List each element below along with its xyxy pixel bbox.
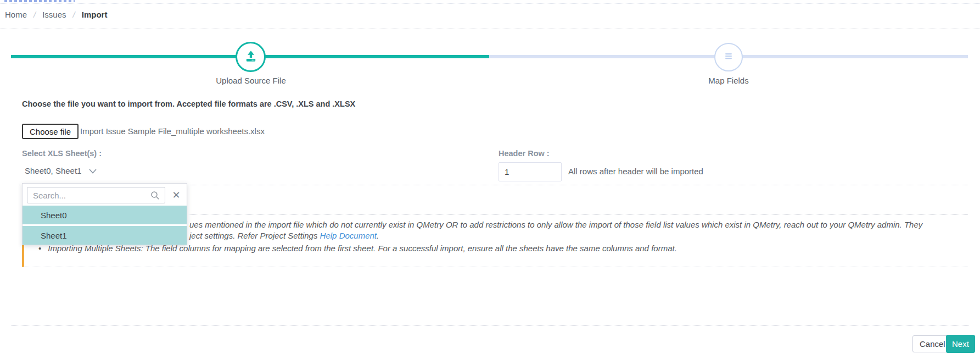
breadcrumb-separator: / [73, 10, 75, 19]
header-row-label: Header Row : [499, 149, 550, 158]
note-bullet1-line2: ject settings. Refer Project Settings He… [189, 231, 379, 240]
chevron-down-icon [89, 166, 97, 175]
dropdown-search-row: ✕ [23, 184, 187, 206]
dropdown-option-sheet1[interactable]: Sheet1 [23, 226, 187, 245]
close-icon[interactable]: ✕ [170, 189, 183, 202]
breadcrumb: Home / Issues / Import [5, 10, 107, 19]
upload-instruction: Choose the file you want to import from.… [22, 100, 355, 108]
footer-divider [11, 325, 969, 326]
header-row-input[interactable] [499, 162, 562, 181]
search-icon [150, 191, 160, 202]
note-bullet1-line1: ues mentioned in the import file which d… [189, 220, 922, 229]
search-input[interactable] [27, 187, 165, 203]
breadcrumb-divider [0, 29, 980, 29]
step-map-fields [714, 43, 743, 71]
choose-file-button[interactable]: Choose file [22, 124, 79, 139]
breadcrumb-current-import: Import [82, 10, 108, 19]
breadcrumb-issues[interactable]: Issues [42, 10, 66, 19]
clipped-top-link-fragment [4, 0, 75, 2]
sheet-select-value: Sheet0, Sheet1 [25, 166, 81, 175]
note-bullet1-line2-text: ject settings. Refer Project Settings [189, 231, 320, 240]
selected-file-name: Import Issue Sample File_multiple worksh… [80, 126, 265, 136]
import-page: Home / Issues / Import Upload Source Fil… [0, 0, 980, 359]
list-icon [722, 50, 735, 65]
next-button[interactable]: Next [946, 335, 975, 353]
step-label-upload-source-file: Upload Source File [216, 76, 286, 85]
step-upload-source-file [236, 42, 266, 72]
help-document-link[interactable]: Help Document [320, 231, 377, 240]
note-bullet1-period: . [377, 231, 379, 240]
step-label-map-fields: Map Fields [708, 76, 748, 85]
breadcrumb-home[interactable]: Home [5, 10, 27, 19]
sheet-select-label: Select XLS Sheet(s) : [22, 149, 102, 158]
breadcrumb-separator: / [33, 10, 36, 19]
top-divider [0, 3, 980, 4]
upload-icon [244, 49, 258, 65]
sheet-select-trigger[interactable]: Sheet0, Sheet1 [25, 166, 97, 175]
header-row-hint: All rows after header will be imported [568, 167, 703, 176]
dropdown-option-sheet0[interactable]: Sheet0 [23, 206, 187, 224]
sheet-select-dropdown: ✕ Sheet0 Sheet1 [22, 183, 187, 245]
